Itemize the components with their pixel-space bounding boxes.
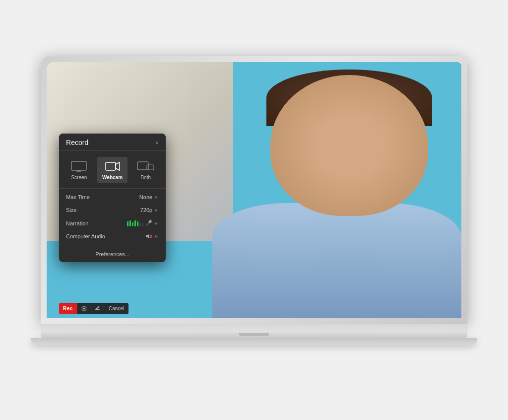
popup-titlebar: Record × xyxy=(59,134,166,151)
svg-rect-4 xyxy=(106,162,116,170)
cancel-button[interactable]: Cancel xyxy=(104,303,128,314)
computer-audio-arrow: ► xyxy=(154,234,159,239)
narration-bar-6 xyxy=(139,223,141,226)
pencil-button[interactable] xyxy=(91,303,104,314)
record-button[interactable]: Rec xyxy=(59,303,77,314)
preferences-button[interactable]: Preferences... xyxy=(59,246,166,262)
laptop-notch xyxy=(239,333,269,336)
size-row[interactable]: Size 720p ► xyxy=(59,204,166,216)
size-label: Size xyxy=(66,207,76,213)
max-time-text: None xyxy=(139,194,152,200)
laptop: Record × xyxy=(41,56,467,364)
narration-bar-1 xyxy=(127,221,128,226)
both-label: Both xyxy=(140,175,151,180)
laptop-screen-shell: Record × xyxy=(41,56,467,324)
close-button[interactable]: × xyxy=(155,140,159,146)
webcam-label: Webcam xyxy=(102,175,123,180)
max-time-label: Max Time xyxy=(66,194,90,200)
webcam-icon xyxy=(104,160,122,173)
mode-screen[interactable]: Screen xyxy=(65,157,93,183)
mode-webcam[interactable]: Webcam xyxy=(97,157,127,183)
narration-row[interactable]: Narration xyxy=(59,216,166,230)
laptop-base xyxy=(31,338,477,345)
max-time-arrow: ► xyxy=(154,195,159,200)
settings-rows: Max Time None ► Size 720p ► xyxy=(59,189,166,245)
screen-label: Screen xyxy=(71,175,87,180)
narration-bar-5 xyxy=(137,221,138,226)
popup-title: Record xyxy=(66,139,88,146)
mode-both[interactable]: Both xyxy=(132,157,160,183)
both-icon xyxy=(137,160,155,173)
max-time-value: None ► xyxy=(139,194,159,200)
man-shirt xyxy=(212,203,461,318)
size-arrow: ► xyxy=(154,208,159,212)
size-text: 720p xyxy=(140,207,152,213)
max-time-row[interactable]: Max Time None ► xyxy=(59,191,166,204)
laptop-bottom xyxy=(41,324,467,338)
gear-button[interactable] xyxy=(77,303,91,314)
svg-marker-13 xyxy=(96,306,100,310)
size-value: 720p ► xyxy=(140,207,159,213)
svg-marker-5 xyxy=(116,162,120,170)
speaker-muted-icon xyxy=(145,233,152,239)
laptop-screen-bezel: Record × xyxy=(47,62,461,318)
bottom-toolbar: Rec Cancel xyxy=(59,303,128,314)
narration-bar-2 xyxy=(129,220,131,226)
narration-label: Narration xyxy=(66,220,88,226)
narration-arrow: ► xyxy=(154,221,159,226)
screen-icon xyxy=(70,160,88,173)
computer-audio-row[interactable]: Computer Audio ► xyxy=(59,230,166,243)
narration-value: 🎤 ► xyxy=(127,220,159,226)
computer-audio-value: ► xyxy=(145,233,159,239)
svg-rect-12 xyxy=(95,309,100,310)
narration-level-indicator xyxy=(127,220,143,226)
narration-bar-4 xyxy=(134,220,136,226)
mode-selector: Screen Webcam xyxy=(59,151,166,189)
svg-rect-0 xyxy=(71,161,86,170)
computer-audio-label: Computer Audio xyxy=(66,233,105,239)
svg-point-11 xyxy=(83,308,85,310)
narration-bar-3 xyxy=(132,222,133,226)
man-face xyxy=(270,75,428,216)
narration-bar-7 xyxy=(142,223,143,226)
svg-rect-7 xyxy=(147,165,154,170)
screen-content: Record × xyxy=(47,62,461,318)
narration-mic-icon: 🎤 xyxy=(145,220,152,226)
svg-marker-8 xyxy=(146,234,149,239)
record-popup: Record × xyxy=(59,134,166,262)
